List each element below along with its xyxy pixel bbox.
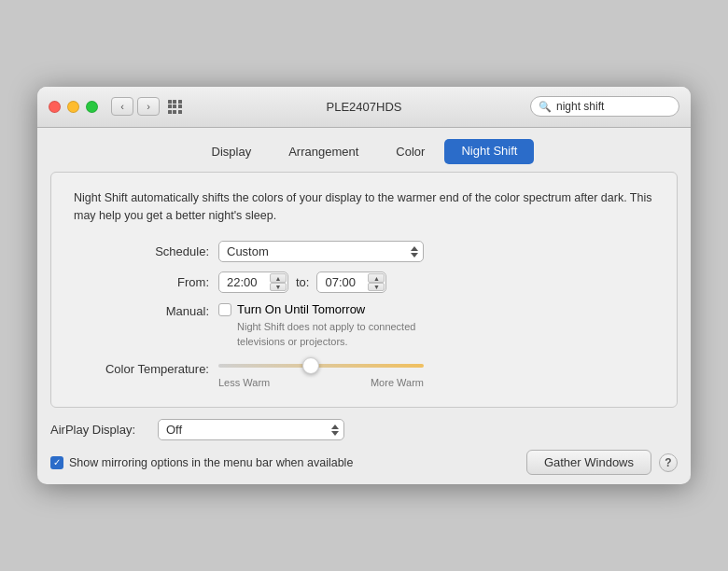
schedule-select-wrapper: Off Custom Sunset to Sunrise	[218, 241, 424, 262]
mirror-label: Show mirroring options in the menu bar w…	[69, 456, 526, 469]
temperature-slider-track	[218, 356, 424, 375]
grid-button[interactable]	[163, 97, 186, 116]
tab-display[interactable]: Display	[194, 139, 270, 164]
tabs: Display Arrangement Color Night Shift	[37, 128, 691, 172]
bottom-row: ✓ Show mirroring options in the menu bar…	[50, 450, 678, 475]
night-shift-content: Night Shift automatically shifts the col…	[50, 172, 678, 408]
search-icon: 🔍	[539, 101, 552, 113]
schedule-label: Schedule:	[74, 244, 218, 258]
time-row: From: ▲ ▼ to: ▲ ▼	[74, 272, 654, 293]
airplay-select[interactable]: Off On	[158, 419, 344, 440]
from-time-wrap: ▲ ▼	[218, 272, 288, 293]
airplay-row: AirPlay Display: Off On	[50, 419, 678, 440]
from-label: From:	[74, 275, 218, 289]
nav-buttons: ‹ ›	[111, 97, 160, 116]
airplay-label: AirPlay Display:	[50, 423, 158, 437]
tab-arrangement[interactable]: Arrangement	[271, 139, 376, 164]
manual-row: Manual: Turn On Until Tomorrow Night Shi…	[74, 302, 654, 349]
temperature-row: Color Temperature: Less Warm More Warm	[74, 356, 654, 388]
temperature-label: Color Temperature:	[74, 356, 218, 376]
search-box: 🔍 ✕	[530, 96, 679, 117]
manual-right: Turn On Until Tomorrow Night Shift does …	[218, 302, 424, 349]
slider-labels: Less Warm More Warm	[218, 377, 424, 388]
gather-windows-button[interactable]: Gather Windows	[526, 450, 651, 475]
forward-button[interactable]: ›	[137, 97, 160, 116]
from-time-up[interactable]: ▲	[270, 273, 287, 283]
to-label: to:	[296, 275, 309, 289]
from-time-stepper: ▲ ▼	[270, 273, 287, 291]
traffic-lights	[49, 101, 98, 113]
search-input[interactable]	[556, 100, 691, 113]
temperature-slider-thumb[interactable]	[302, 357, 319, 374]
schedule-row: Schedule: Off Custom Sunset to Sunrise	[74, 241, 654, 262]
mirror-checkbox[interactable]: ✓	[50, 456, 63, 469]
temp-more-label: More Warm	[371, 377, 424, 388]
tab-night-shift[interactable]: Night Shift	[444, 139, 534, 164]
grid-icon	[168, 100, 182, 114]
help-button[interactable]: ?	[659, 453, 678, 472]
schedule-select[interactable]: Off Custom Sunset to Sunrise	[218, 241, 424, 262]
tab-color[interactable]: Color	[378, 139, 442, 164]
manual-check-row: Turn On Until Tomorrow	[218, 302, 424, 316]
from-time-down[interactable]: ▼	[270, 283, 287, 292]
to-time-wrap: ▲ ▼	[316, 272, 386, 293]
note-text: Night Shift does not apply to connected …	[237, 320, 424, 349]
to-time-stepper: ▲ ▼	[368, 273, 385, 291]
manual-checkbox[interactable]	[218, 303, 231, 316]
temp-less-label: Less Warm	[218, 377, 270, 388]
main-window: ‹ › PLE2407HDS 🔍 ✕ Display Arrangement C…	[37, 87, 691, 484]
to-time-down[interactable]: ▼	[368, 283, 385, 292]
description-text: Night Shift automatically shifts the col…	[74, 189, 654, 225]
window-title: PLE2407HDS	[327, 100, 402, 114]
to-time-up[interactable]: ▲	[368, 273, 385, 283]
maximize-button[interactable]	[86, 101, 98, 113]
temperature-slider-bg	[218, 364, 424, 368]
temperature-slider-container: Less Warm More Warm	[218, 356, 424, 388]
back-button[interactable]: ‹	[111, 97, 133, 116]
manual-checkbox-label: Turn On Until Tomorrow	[237, 302, 365, 316]
minimize-button[interactable]	[67, 101, 79, 113]
manual-label: Manual:	[74, 302, 218, 318]
bottom-area: AirPlay Display: Off On ✓ Show mirroring…	[37, 408, 691, 484]
airplay-select-wrapper: Off On	[158, 419, 344, 440]
close-button[interactable]	[49, 101, 61, 113]
titlebar: ‹ › PLE2407HDS 🔍 ✕	[37, 87, 691, 128]
